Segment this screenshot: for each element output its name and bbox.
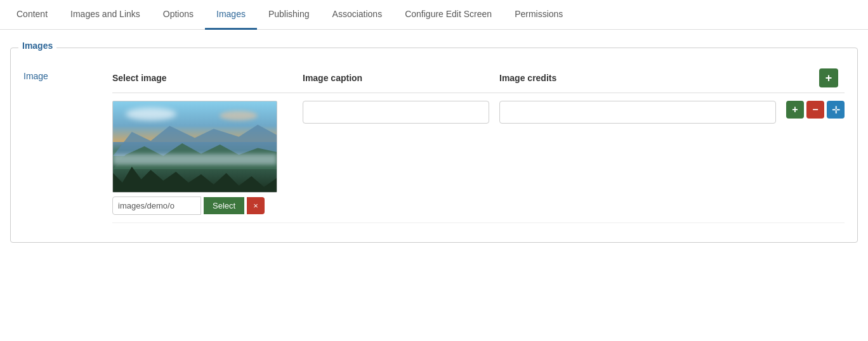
svg-marker-2	[113, 167, 277, 192]
image-row: Select × + −	[112, 93, 845, 223]
clear-image-button[interactable]: ×	[247, 197, 265, 214]
row-add-button[interactable]: +	[786, 101, 804, 119]
caption-column	[303, 101, 499, 124]
cloud-1	[126, 108, 176, 120]
row-move-button[interactable]: ✛	[827, 101, 845, 119]
tab-permissions[interactable]: Permissions	[503, 0, 574, 30]
image-content: Select image Image caption Image credits…	[112, 68, 845, 223]
col-header-caption: Image caption	[303, 73, 499, 83]
foreground-svg	[113, 160, 277, 192]
row-remove-button[interactable]: −	[806, 101, 824, 119]
tab-images[interactable]: Images	[205, 0, 257, 30]
image-section: Image Select image Image caption Image c…	[23, 68, 845, 223]
tab-associations[interactable]: Associations	[321, 0, 394, 30]
file-path-input[interactable]	[112, 196, 201, 215]
col-actions-header: +	[819, 68, 845, 87]
image-table-header: Select image Image caption Image credits…	[112, 68, 845, 93]
tab-publishing[interactable]: Publishing	[257, 0, 321, 30]
row-actions: + − ✛	[786, 101, 845, 119]
image-thumbnail	[113, 101, 277, 192]
col-header-select-image: Select image	[112, 73, 303, 83]
content-area: Images Image Select image Image caption …	[0, 30, 868, 255]
file-path-row: Select ×	[112, 196, 303, 215]
credits-column	[499, 101, 786, 124]
caption-input[interactable]	[303, 101, 489, 124]
col-header-credits: Image credits	[499, 73, 819, 83]
images-fieldset: Images Image Select image Image caption …	[10, 48, 858, 243]
tab-images-and-links[interactable]: Images and Links	[59, 0, 152, 30]
tab-options[interactable]: Options	[152, 0, 205, 30]
add-image-row-button[interactable]: +	[819, 68, 838, 87]
fieldset-legend: Images	[18, 41, 56, 51]
select-image-button[interactable]: Select	[204, 197, 244, 214]
select-image-column: Select ×	[112, 101, 303, 215]
tab-content[interactable]: Content	[5, 0, 59, 30]
tabs-bar: ContentImages and LinksOptionsImagesPubl…	[0, 0, 868, 30]
credits-input[interactable]	[499, 101, 776, 124]
tab-configure-edit-screen[interactable]: Configure Edit Screen	[393, 0, 503, 30]
image-thumbnail-wrapper	[112, 101, 277, 193]
image-label: Image	[23, 68, 112, 81]
